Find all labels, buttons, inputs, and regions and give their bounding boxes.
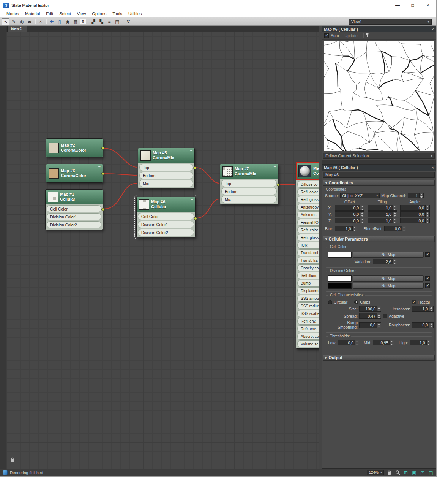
cell-color-map-button[interactable]: No Map [353,252,424,258]
spread-spinner[interactable]: 0,47 [359,313,381,319]
pan-hand-icon[interactable] [386,470,392,475]
coordinates-rollout-header[interactable]: Coordinates [323,180,435,186]
blur-spinner[interactable]: 1,0 [335,226,357,231]
menu-item[interactable]: Options [89,11,109,17]
assign-material-icon[interactable]: ◙ [26,18,33,25]
output-socket[interactable] [101,147,104,150]
node-header[interactable]: Ma Co [296,162,319,180]
offset-spinner[interactable]: 0,0 [335,205,364,211]
close-icon[interactable]: × [432,166,434,170]
spinner-arrows[interactable] [377,306,381,311]
angle-spinner[interactable]: 0,0 [400,211,430,217]
spinner-arrows[interactable] [429,306,433,311]
input-slot[interactable]: SSS amou [297,295,319,302]
minimize-button[interactable]: — [390,1,405,10]
spinner-arrows[interactable] [425,212,429,217]
input-slot[interactable]: Transl. fra [297,257,319,264]
adaptive-checkbox[interactable] [383,314,387,318]
input-slot[interactable]: Opacity co [297,264,319,271]
parameters-panel-header[interactable]: Map #6 ( Cellular ) × [322,165,436,171]
input-slot[interactable]: Refl. env. [297,318,319,325]
division-color2-swatch[interactable] [328,283,352,289]
input-slot[interactable]: Top [221,180,277,187]
menu-item[interactable]: Utilities [125,11,145,17]
wire-map2-to-map5-top[interactable] [104,148,137,167]
spinner-arrows[interactable] [360,212,364,217]
wire-map5-to-map7-top[interactable] [196,168,219,183]
input-slot[interactable]: Transl. col [297,249,319,256]
variation-spinner[interactable]: 2,6 [373,259,397,264]
collapse-icon[interactable] [98,190,101,194]
delete-selected-icon[interactable]: × [37,18,44,25]
input-slot[interactable]: Cell Color [138,213,194,220]
preview-panel-header[interactable]: Map #6 ( Cellular ) × [322,26,436,32]
input-slot[interactable]: IOR [297,242,319,249]
division-color2-map-checkbox[interactable] [425,283,430,288]
spinner-arrows[interactable] [425,205,429,210]
cellular-parameters-rollout-header[interactable]: Cellular Parameters [323,236,435,242]
zoom-tool-icon[interactable] [394,470,401,475]
node-header[interactable]: Map #7 CoronaMix [220,164,278,179]
division-color1-swatch[interactable] [328,275,352,282]
cell-color-swatch[interactable] [328,252,352,258]
spinner-arrows[interactable] [360,218,364,223]
tiling-spinner[interactable]: 1,0 [368,218,397,223]
input-slot[interactable]: Refr. env. [297,325,319,332]
update-button[interactable]: Update [341,33,361,38]
auto-checkbox[interactable] [324,33,329,38]
spinner-arrows[interactable] [425,218,429,223]
collapse-icon[interactable] [98,139,101,143]
low-spinner[interactable]: 0,0 [338,340,359,345]
bump-smoothing-spinner[interactable]: 0,0 [359,322,381,328]
source-dropdown[interactable]: Object XYZ ▾ [340,193,380,198]
node-map5-coronamix[interactable]: Map #5 CoronaMix TopBottomMix [138,148,195,188]
collapse-icon[interactable] [190,149,192,153]
show-background-icon[interactable]: ▦ [72,18,79,25]
input-slot[interactable]: Refl. color [297,188,319,195]
chips-radio[interactable] [354,300,358,304]
collapse-icon[interactable] [191,198,193,202]
input-slot[interactable]: SSS radius [297,302,319,309]
put-material-to-scene-icon[interactable]: ◎ [18,18,25,25]
output-socket[interactable] [193,166,196,169]
node-header[interactable]: Map #1 Cellular [46,190,103,204]
collapse-icon[interactable] [98,165,101,169]
input-slot[interactable]: Displacem [297,287,319,294]
zoom-region-icon[interactable]: ⊞ [403,470,409,475]
select-by-material-icon[interactable]: ∇ [125,18,132,25]
input-slot[interactable]: Division Color1 [138,221,194,228]
spinner-arrows[interactable] [402,226,406,231]
input-slot[interactable]: Volume sc [297,340,319,347]
node-header[interactable]: Map #3 CoronaColor [46,164,103,182]
tiling-spinner[interactable]: 1,0 [368,205,397,211]
spinner-arrows[interactable] [390,340,394,345]
node-header[interactable]: Map #6 Cellular [137,197,195,212]
input-slot[interactable]: Anisotropy [297,204,319,211]
zoom-extents-selected-icon[interactable]: ◳ [420,470,426,475]
input-slot[interactable]: Bump [297,280,319,287]
mid-spinner[interactable]: 0,95 [373,340,394,345]
input-slot[interactable]: Bottom [139,172,193,179]
angle-spinner[interactable]: 0,0 [400,205,430,211]
menu-item[interactable]: View [74,11,89,17]
output-socket[interactable] [101,172,104,175]
node-map1-cellular[interactable]: Map #1 Cellular Cell ColorDivision Color… [45,189,103,230]
zoom-level-dropdown[interactable]: 124% ▾ [367,470,384,475]
spinner-arrows[interactable] [393,205,397,210]
input-slot[interactable]: Refl. gloss [297,196,319,203]
hide-unused-nodeslots-icon[interactable]: ▯ [56,18,63,25]
roughness-spinner[interactable]: 0,0 [412,322,434,328]
node-header[interactable]: Map #5 CoronaMix [138,148,194,163]
input-slot[interactable]: Bottom [221,188,277,195]
spinner-arrows[interactable] [393,218,397,223]
collapse-icon[interactable] [274,165,276,169]
division-color2-map-button[interactable]: No Map [353,283,424,289]
material-map-browser-icon[interactable]: ≡ [106,18,113,25]
lock-icon[interactable] [9,457,15,464]
spinner-arrows[interactable] [429,323,433,328]
node-material-coronamtl[interactable]: Ma Co Diffuse coRefl. colorRefl. glossAn… [296,162,319,349]
input-slot[interactable]: Absorb. co [297,333,319,340]
iterations-spinner[interactable]: 1,0 [412,306,434,312]
wire-map3-to-map5-bottom[interactable] [104,174,137,175]
node-map7-coronamix[interactable]: Map #7 CoronaMix TopBottomMix [220,164,278,204]
